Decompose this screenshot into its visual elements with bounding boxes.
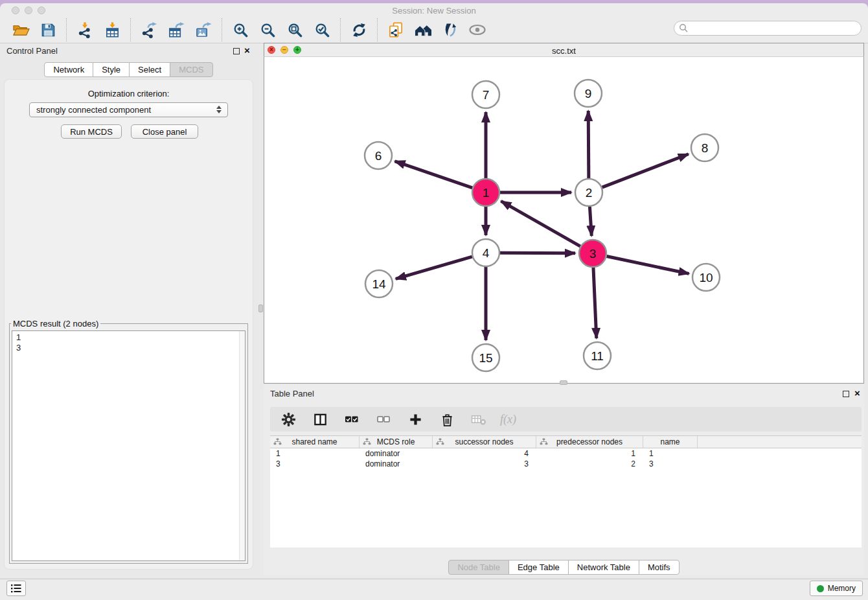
trash-icon [440, 412, 454, 427]
node-15[interactable]: 15 [472, 344, 499, 371]
edge-2-3[interactable] [589, 207, 591, 236]
table-cell[interactable]: 2 [536, 459, 643, 469]
node-7[interactable]: 7 [472, 81, 499, 108]
node-6[interactable]: 6 [365, 142, 392, 169]
import-network-button[interactable] [74, 19, 95, 40]
table-cell[interactable]: dominator [360, 448, 433, 459]
table-panel-float-icon[interactable] [843, 391, 849, 397]
node-10[interactable]: 10 [692, 264, 720, 291]
column-header-shared-name[interactable]: shared name [270, 436, 360, 448]
tab-edge-table[interactable]: Edge Table [508, 560, 569, 575]
node-14[interactable]: 14 [365, 270, 393, 297]
edge-3-11[interactable] [593, 268, 597, 338]
table-panel-tabs: Node TableEdge TableNetwork TableMotifs [264, 560, 864, 575]
tab-node-table[interactable]: Node Table [448, 560, 509, 575]
tab-style[interactable]: Style [93, 62, 130, 77]
svg-text:8: 8 [702, 141, 709, 155]
table-cell[interactable]: dominator [360, 459, 433, 469]
edge-2-8[interactable] [602, 154, 689, 187]
search-input[interactable] [674, 21, 862, 36]
zoom-selected-icon [314, 22, 330, 38]
column-layout-button[interactable] [310, 409, 330, 430]
table-cell[interactable]: 1 [536, 448, 643, 459]
node-9[interactable]: 9 [575, 80, 602, 107]
node-11[interactable]: 11 [584, 342, 611, 369]
run-mcds-button[interactable]: Run MCDS [61, 124, 122, 139]
refresh-button[interactable] [348, 19, 369, 40]
network-graph[interactable]: 1234678910111415 [264, 57, 864, 384]
node-8[interactable]: 8 [691, 134, 718, 161]
home-button[interactable] [413, 19, 433, 40]
node-4[interactable]: 4 [472, 239, 499, 266]
table-row[interactable]: 1dominator411 [270, 448, 862, 459]
edge-1-6[interactable] [395, 161, 473, 188]
edge-4-14[interactable] [396, 257, 472, 279]
show-panels-button[interactable] [6, 581, 26, 596]
select-all-button[interactable] [341, 409, 362, 430]
edge-2-9[interactable] [588, 111, 589, 178]
mcds-result-scrollbar[interactable] [239, 331, 245, 560]
tab-select[interactable]: Select [129, 62, 170, 77]
add-column-button[interactable] [405, 409, 426, 430]
export-network-button[interactable] [139, 19, 159, 40]
table-panel-close-icon[interactable]: × [854, 389, 860, 397]
table-cell[interactable]: 3 [270, 459, 360, 469]
node-1[interactable]: 1 [472, 179, 499, 206]
select-all-icon [345, 413, 359, 425]
memory-label: Memory [828, 584, 856, 593]
import-table-button[interactable] [102, 19, 122, 40]
save-session-button[interactable] [38, 19, 58, 40]
control-panel-close-icon[interactable]: × [244, 47, 250, 54]
edge-4-3[interactable] [500, 253, 575, 253]
table-row[interactable]: 3dominator323 [270, 459, 862, 469]
table-cell[interactable]: 1 [643, 448, 698, 459]
table-cell[interactable]: 3 [643, 459, 698, 469]
column-header-name[interactable]: name [643, 436, 698, 448]
zoom-out-button[interactable] [257, 19, 278, 40]
delete-column-button[interactable] [437, 409, 457, 430]
tab-motifs[interactable]: Motifs [639, 560, 680, 575]
column-header-predecessor-nodes[interactable]: predecessor nodes [536, 436, 643, 448]
table-cell[interactable]: 3 [433, 459, 536, 469]
vertical-splitter-handle[interactable] [258, 305, 263, 312]
show-hide-button[interactable] [467, 19, 488, 40]
svg-text:1: 1 [483, 186, 490, 200]
clone-network-button[interactable] [385, 19, 406, 40]
mcds-result-text[interactable]: 1 3 [12, 330, 246, 561]
svg-text:11: 11 [591, 349, 604, 363]
zoom-in-button[interactable] [230, 19, 251, 40]
clone-network-icon [387, 22, 405, 38]
export-image-button[interactable] [193, 19, 214, 40]
open-session-button[interactable] [10, 19, 31, 40]
horizontal-splitter-handle[interactable] [560, 380, 567, 385]
edge-3-1[interactable] [501, 201, 580, 246]
node-2[interactable]: 2 [575, 179, 602, 206]
table-settings-button[interactable] [278, 409, 299, 430]
tab-network[interactable]: Network [44, 62, 93, 77]
svg-text:6: 6 [375, 149, 382, 163]
control-panel-float-icon[interactable] [233, 48, 240, 54]
node-3[interactable]: 3 [579, 240, 606, 267]
edge-3-10[interactable] [607, 257, 689, 274]
column-header-mcds-role[interactable]: MCDS role [360, 436, 433, 448]
criterion-select[interactable]: strongly connected component [29, 102, 228, 117]
deselect-all-button[interactable] [373, 409, 394, 430]
tab-network-table[interactable]: Network Table [568, 560, 639, 575]
refresh-icon [351, 22, 367, 38]
import-table-icon [104, 22, 120, 38]
memory-button[interactable]: Memory [810, 581, 863, 596]
control-panel-tabs: NetworkStyleSelectMCDS [0, 62, 257, 77]
style-button[interactable] [440, 19, 461, 40]
function-builder-button: f(x) [500, 413, 516, 426]
table-cell[interactable]: 1 [270, 448, 360, 459]
close-panel-button[interactable]: Close panel [131, 124, 198, 139]
export-table-button[interactable] [166, 19, 187, 40]
table-cell[interactable]: 4 [433, 448, 536, 459]
zoom-selected-button[interactable] [312, 19, 332, 40]
plus-icon [409, 413, 422, 426]
zoom-fit-button[interactable] [284, 19, 305, 40]
table-toolbar: f(x) [270, 407, 862, 432]
tab-mcds[interactable]: MCDS [170, 62, 212, 77]
session-group [3, 18, 67, 41]
column-header-successor-nodes[interactable]: successor nodes [433, 436, 536, 448]
